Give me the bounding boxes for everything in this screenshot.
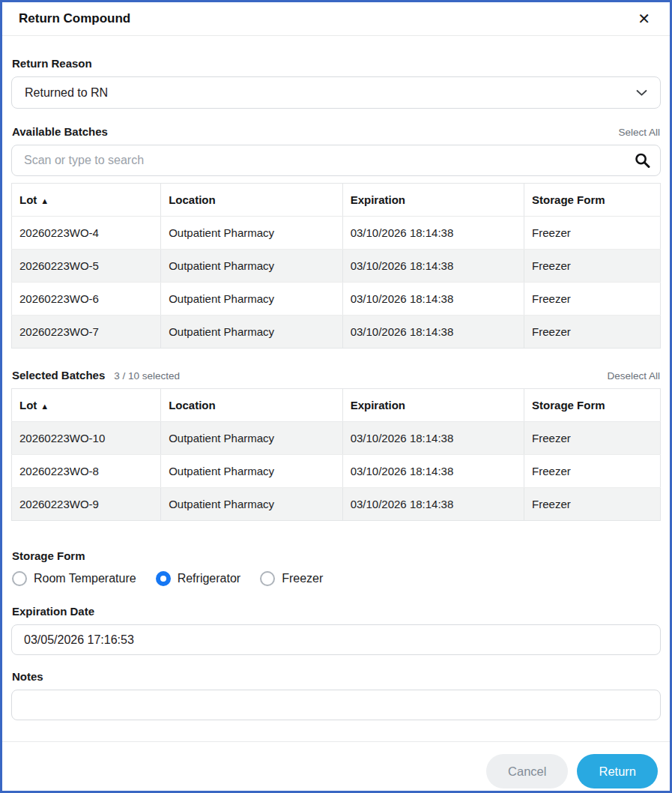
cell-expiration: 03/10/2026 18:14:38 — [342, 455, 524, 488]
return-button[interactable]: Return — [577, 754, 658, 789]
cancel-button[interactable]: Cancel — [486, 754, 568, 789]
table-row[interactable]: 20260223WO-5 Outpatient Pharmacy 03/10/2… — [12, 250, 661, 283]
column-header-location: Location — [161, 389, 342, 422]
cell-expiration: 03/10/2026 18:14:38 — [342, 488, 524, 521]
cell-location: Outpatient Pharmacy — [161, 455, 342, 488]
cell-storage-form: Freezer — [524, 217, 661, 250]
cell-lot: 20260223WO-8 — [12, 455, 161, 488]
column-header-location: Location — [161, 184, 342, 217]
selected-batches-table: Lot▲ Location Expiration Storage Form 20… — [11, 388, 661, 521]
storage-form-radios: Room Temperature Refrigerator Freezer — [12, 571, 660, 586]
selected-batches-header: Selected Batches 3 / 10 selected Deselec… — [12, 369, 660, 382]
cell-expiration: 03/10/2026 18:14:38 — [342, 217, 524, 250]
column-header-lot[interactable]: Lot▲ — [12, 184, 161, 217]
storage-form-label: Storage Form — [12, 549, 660, 562]
notes-label: Notes — [12, 670, 660, 683]
column-header-storage-form: Storage Form — [524, 389, 661, 422]
cell-location: Outpatient Pharmacy — [161, 250, 342, 283]
radio-selected-icon — [156, 571, 171, 586]
sort-ascending-icon: ▲ — [40, 196, 49, 205]
cell-storage-form: Freezer — [524, 316, 661, 349]
table-row[interactable]: 20260223WO-7 Outpatient Pharmacy 03/10/2… — [12, 316, 661, 349]
cell-expiration: 03/10/2026 18:14:38 — [342, 316, 524, 349]
cell-expiration: 03/10/2026 18:14:38 — [342, 422, 524, 455]
return-reason-value: Returned to RN — [25, 86, 108, 100]
table-row[interactable]: 20260223WO-8 Outpatient Pharmacy 03/10/2… — [12, 455, 661, 488]
close-icon[interactable]: ✕ — [635, 10, 653, 28]
dialog-body: Return Reason Returned to RN Available B… — [2, 36, 670, 720]
table-row[interactable]: 20260223WO-4 Outpatient Pharmacy 03/10/2… — [12, 217, 661, 250]
cell-lot: 20260223WO-4 — [12, 217, 161, 250]
radio-freezer[interactable]: Freezer — [260, 571, 323, 586]
column-header-expiration: Expiration — [342, 184, 524, 217]
dialog-header: Return Compound ✕ — [2, 2, 670, 36]
selected-count: 3 / 10 selected — [114, 370, 180, 382]
chevron-down-icon — [636, 89, 647, 96]
column-header-lot[interactable]: Lot▲ — [12, 389, 161, 422]
radio-refrigerator[interactable]: Refrigerator — [156, 571, 240, 586]
batch-search — [11, 145, 661, 176]
cell-storage-form: Freezer — [524, 422, 661, 455]
select-all-button[interactable]: Select All — [618, 127, 660, 138]
cell-location: Outpatient Pharmacy — [161, 488, 342, 521]
search-icon[interactable] — [635, 153, 650, 169]
cell-storage-form: Freezer — [524, 250, 661, 283]
cell-location: Outpatient Pharmacy — [161, 422, 342, 455]
column-header-expiration: Expiration — [342, 389, 524, 422]
table-row[interactable]: 20260223WO-10 Outpatient Pharmacy 03/10/… — [12, 422, 661, 455]
return-compound-dialog: Return Compound ✕ Return Reason Returned… — [0, 0, 672, 793]
sort-ascending-icon: ▲ — [40, 402, 49, 411]
selected-batches-label: Selected Batches — [12, 369, 105, 382]
cell-lot: 20260223WO-6 — [12, 283, 161, 316]
table-row[interactable]: 20260223WO-6 Outpatient Pharmacy 03/10/2… — [12, 283, 661, 316]
expiration-date-input[interactable] — [11, 624, 661, 655]
cell-location: Outpatient Pharmacy — [161, 283, 342, 316]
cell-expiration: 03/10/2026 18:14:38 — [342, 250, 524, 283]
notes-input[interactable] — [11, 690, 661, 720]
deselect-all-button[interactable]: Deselect All — [607, 370, 660, 382]
search-input[interactable] — [11, 145, 661, 176]
available-batches-header: Available Batches Select All — [12, 125, 660, 138]
column-header-storage-form: Storage Form — [524, 184, 661, 217]
dialog-footer: Cancel Return — [2, 741, 670, 793]
expiration-date-label: Expiration Date — [12, 605, 660, 618]
cell-expiration: 03/10/2026 18:14:38 — [342, 283, 524, 316]
cell-storage-form: Freezer — [524, 488, 661, 521]
radio-unselected-icon — [12, 571, 27, 586]
available-batches-label: Available Batches — [12, 125, 108, 138]
return-reason-label: Return Reason — [12, 57, 660, 70]
dialog-title: Return Compound — [19, 11, 130, 26]
radio-unselected-icon — [260, 571, 275, 586]
radio-room-temperature[interactable]: Room Temperature — [12, 571, 136, 586]
cell-storage-form: Freezer — [524, 455, 661, 488]
cell-lot: 20260223WO-10 — [12, 422, 161, 455]
cell-storage-form: Freezer — [524, 283, 661, 316]
table-row[interactable]: 20260223WO-9 Outpatient Pharmacy 03/10/2… — [12, 488, 661, 521]
cell-lot: 20260223WO-7 — [12, 316, 161, 349]
table-header-row: Lot▲ Location Expiration Storage Form — [12, 389, 661, 422]
cell-lot: 20260223WO-9 — [12, 488, 161, 521]
cell-lot: 20260223WO-5 — [12, 250, 161, 283]
cell-location: Outpatient Pharmacy — [161, 217, 342, 250]
table-header-row: Lot▲ Location Expiration Storage Form — [12, 184, 661, 217]
cell-location: Outpatient Pharmacy — [161, 316, 342, 349]
return-reason-select[interactable]: Returned to RN — [11, 76, 661, 109]
available-batches-table: Lot▲ Location Expiration Storage Form 20… — [11, 183, 661, 349]
